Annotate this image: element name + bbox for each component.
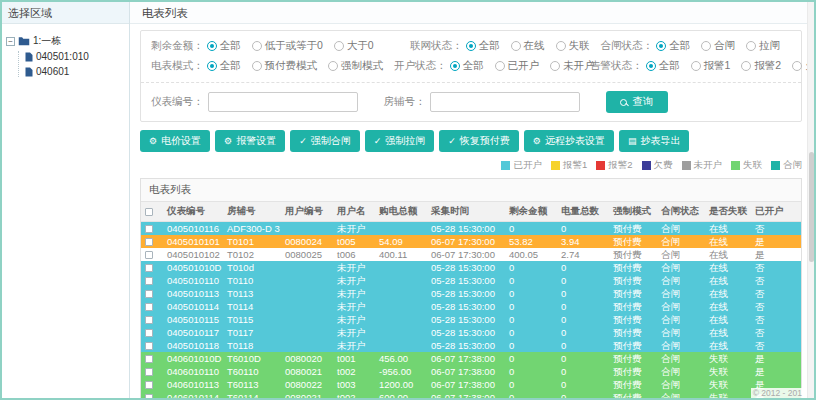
row-checkbox[interactable] <box>145 368 153 376</box>
table-row[interactable]: 0405010101T01010080024t00554.0906-07 17:… <box>141 235 801 248</box>
table-cell <box>375 222 427 236</box>
radio-label: 全部 <box>479 39 500 53</box>
radio-icon[interactable] <box>495 61 505 71</box>
table-cell: 在线 <box>705 235 751 248</box>
radio-icon[interactable] <box>550 61 560 71</box>
radio-icon[interactable] <box>207 61 217 71</box>
radio-icon[interactable] <box>328 61 338 71</box>
toolbar-button[interactable]: ⚙电价设置 <box>140 130 210 152</box>
table-row[interactable]: 0406010110T601100080021t002-956.0006-07 … <box>141 365 801 378</box>
legend-label: 失联 <box>743 159 762 172</box>
row-checkbox[interactable] <box>145 394 153 398</box>
row-checkbox[interactable] <box>145 329 153 337</box>
radio-icon[interactable] <box>334 41 344 51</box>
radio-option[interactable]: 低于或等于0 <box>252 39 323 53</box>
toolbar-button[interactable]: ✓强制合闸 <box>290 130 360 152</box>
table-cell: 合闸 <box>657 300 705 313</box>
toolbar-button[interactable]: ▤抄表导出 <box>619 130 690 152</box>
radio-option[interactable]: 全部 <box>207 59 241 73</box>
row-checkbox[interactable] <box>145 342 153 350</box>
tree-leaf-meter-group[interactable]: 040501:010 <box>25 51 125 62</box>
table-row[interactable]: 0405010116ADF300-D 3未开户05-28 15:30:0000预… <box>141 222 801 236</box>
radio-option[interactable]: 报警1 <box>691 59 731 73</box>
row-checkbox[interactable] <box>145 264 153 272</box>
vertical-scrollbar[interactable] <box>807 2 814 398</box>
row-select-cell <box>141 235 163 248</box>
radio-option[interactable]: 大于0 <box>334 39 374 53</box>
select-all-checkbox[interactable] <box>145 208 153 216</box>
room-no-input[interactable] <box>430 92 580 112</box>
row-checkbox[interactable] <box>145 303 153 311</box>
meter-no-input[interactable] <box>208 92 358 112</box>
table-row[interactable]: 040601010DT6010D0080020t001456.0006-07 1… <box>141 352 801 365</box>
radio-option[interactable]: 拉闸 <box>746 39 780 53</box>
table-cell: 预付费 <box>609 326 657 339</box>
row-checkbox[interactable] <box>145 251 153 259</box>
radio-icon[interactable] <box>646 61 656 71</box>
row-checkbox[interactable] <box>145 225 153 233</box>
row-checkbox[interactable] <box>145 277 153 285</box>
table-cell: T010d <box>223 261 281 274</box>
legend-item: 报警2 <box>596 159 632 172</box>
table-row[interactable]: 0406010113T601130080022t0031200.0006-07 … <box>141 378 801 391</box>
radio-option[interactable]: 全部 <box>646 59 680 73</box>
radio-icon[interactable] <box>792 61 802 71</box>
query-button[interactable]: 查询 <box>606 91 668 113</box>
page-title: 电表列表 <box>130 2 814 24</box>
table-cell <box>281 326 333 339</box>
radio-option[interactable]: 合闸 <box>701 39 735 53</box>
table-row[interactable]: 0405010114T0114未开户05-28 15:30:0000预付费合闸在… <box>141 300 801 313</box>
radio-icon[interactable] <box>511 41 521 51</box>
radio-option[interactable]: 预付费模式 <box>252 59 318 73</box>
radio-icon[interactable] <box>207 41 217 51</box>
radio-icon[interactable] <box>741 61 751 71</box>
table-cell: 未开户 <box>333 339 375 352</box>
scrollbar-thumb[interactable] <box>809 152 814 262</box>
table-row[interactable]: 0405010102T01020080025t006400.1106-07 17… <box>141 248 801 261</box>
table-row[interactable]: 0406010114T601140080021t002600.0006-07 1… <box>141 391 801 398</box>
radio-icon[interactable] <box>252 41 262 51</box>
toolbar-button[interactable]: ✓强制拉闸 <box>365 130 435 152</box>
table-cell: t006 <box>333 248 375 261</box>
table-row[interactable]: 0405010118T0118未开户05-28 15:30:0000预付费合闸在… <box>141 339 801 352</box>
radio-icon[interactable] <box>466 41 476 51</box>
toolbar-button[interactable]: ✓恢复预付费 <box>439 130 519 152</box>
row-checkbox[interactable] <box>145 290 153 298</box>
toolbar-button[interactable]: ⚙远程抄表设置 <box>524 130 614 152</box>
radio-icon[interactable] <box>746 41 756 51</box>
radio-option[interactable]: 全部 <box>466 39 500 53</box>
table-row[interactable]: 040501010DT010d未开户05-28 15:30:0000预付费合闸在… <box>141 261 801 274</box>
radio-option[interactable]: 全部 <box>207 39 241 53</box>
row-checkbox[interactable] <box>145 238 153 246</box>
tree-leaf-meter-group[interactable]: 040601 <box>25 66 125 77</box>
table-cell: 预付费 <box>609 274 657 287</box>
table-cell: T60110 <box>223 365 281 378</box>
table-cell <box>281 313 333 326</box>
radio-icon[interactable] <box>656 41 666 51</box>
radio-option[interactable]: 强制模式 <box>328 59 383 73</box>
radio-icon[interactable] <box>556 41 566 51</box>
tree-node-building[interactable]: − 1:一栋 <box>6 34 125 48</box>
row-checkbox[interactable] <box>145 355 153 363</box>
radio-option[interactable]: 未开户 <box>550 59 595 73</box>
table-row[interactable]: 0405010110T0110未开户05-28 15:30:0000预付费合闸在… <box>141 274 801 287</box>
row-checkbox[interactable] <box>145 381 153 389</box>
table-row[interactable]: 0405010117T0117未开户05-28 15:30:0000预付费合闸在… <box>141 326 801 339</box>
radio-option[interactable]: 全部 <box>656 39 690 53</box>
table-row[interactable]: 0405010115T0115未开户05-28 15:30:0000预付费合闸在… <box>141 313 801 326</box>
table-row[interactable]: 0405010113T0113未开户05-28 15:30:0000预付费合闸在… <box>141 287 801 300</box>
tree-collapse-icon[interactable]: − <box>6 37 15 46</box>
toolbar-button[interactable]: ⚙报警设置 <box>215 130 285 152</box>
table-cell: 05-28 15:30:00 <box>427 313 505 326</box>
radio-option[interactable]: 报警2 <box>741 59 781 73</box>
radio-option[interactable]: 已开户 <box>495 59 540 73</box>
radio-option[interactable]: 在线 <box>511 39 545 53</box>
radio-icon[interactable] <box>252 61 262 71</box>
radio-icon[interactable] <box>701 41 711 51</box>
radio-icon[interactable] <box>691 61 701 71</box>
row-checkbox[interactable] <box>145 316 153 324</box>
radio-icon[interactable] <box>450 61 460 71</box>
table-cell <box>375 274 427 287</box>
radio-option[interactable]: 全部 <box>450 59 484 73</box>
radio-option[interactable]: 失联 <box>556 39 590 53</box>
